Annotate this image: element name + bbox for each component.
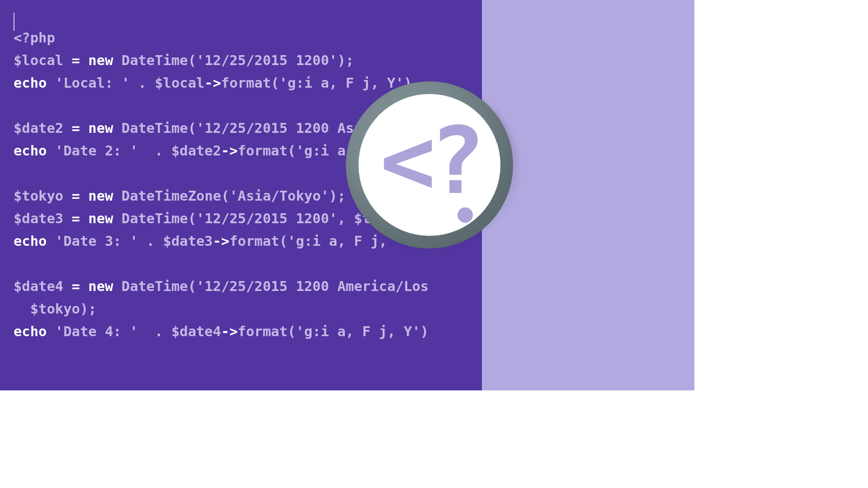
code-token: ( <box>288 324 296 339</box>
code-token: -> <box>221 143 238 159</box>
code-token: DateTime <box>113 52 188 68</box>
code-token: new <box>88 120 113 136</box>
code-token: $date3 <box>14 211 63 226</box>
code-token: = <box>72 278 80 294</box>
code-token: '12/25/2015 1200' <box>196 211 337 226</box>
code-token <box>80 278 88 294</box>
code-token: ( <box>188 120 196 136</box>
code-token <box>47 324 55 339</box>
code-token: new <box>88 211 113 226</box>
code-token: ( <box>221 188 229 204</box>
code-token <box>63 52 71 68</box>
code-token: new <box>88 278 113 294</box>
code-token <box>63 188 71 204</box>
php-logo-coin: <? <box>346 81 513 249</box>
code-token: DateTime <box>113 211 188 226</box>
code-line: echo 'Date 4: ' . $date4->format('g:i a,… <box>14 324 429 339</box>
code-token: ( <box>271 75 279 91</box>
code-token <box>63 211 71 226</box>
code-token: -> <box>213 233 230 249</box>
code-line: $date4 = new DateTime('12/25/2015 1200 A… <box>14 278 429 294</box>
code-token: echo <box>14 143 47 159</box>
code-token: 'Date 3: ' <box>55 233 138 249</box>
code-token <box>63 278 71 294</box>
code-line: $local = new DateTime('12/25/2015 1200')… <box>14 52 354 68</box>
code-token: -> <box>204 75 221 91</box>
code-token: ( <box>188 278 196 294</box>
code-token: DateTime <box>113 120 188 136</box>
code-token: = <box>72 120 80 136</box>
code-token: $local <box>14 52 63 68</box>
code-token: 'Asia/Tokyo' <box>230 188 329 204</box>
code-token: ( <box>288 143 296 159</box>
code-token: echo <box>14 233 47 249</box>
code-token: ); <box>329 188 346 204</box>
code-token: format <box>221 75 271 91</box>
code-line: $tokyo = new DateTimeZone('Asia/Tokyo'); <box>14 188 346 204</box>
code-token: echo <box>14 324 47 339</box>
code-token: format <box>238 324 288 339</box>
code-token: '12/25/2015 1200 America/Los <box>196 278 429 294</box>
code-token: $date4 <box>14 278 63 294</box>
code-token <box>47 233 55 249</box>
code-token: format <box>229 233 279 249</box>
code-line: <?php <box>14 30 55 46</box>
code-token: . $date4 <box>138 324 221 339</box>
code-token: echo <box>14 75 47 91</box>
code-token <box>80 188 88 204</box>
code-token: 'g:i a, F j, Y' <box>296 324 420 339</box>
code-token: = <box>72 188 80 204</box>
code-token: '12/25/2015 1200' <box>196 52 337 68</box>
code-line: echo 'Date 2: ' . $date2->format('g:i a,… <box>14 143 371 159</box>
code-token: 'Date 4: ' <box>55 324 138 339</box>
code-token <box>80 120 88 136</box>
code-token: ) <box>420 324 429 339</box>
code-token: <?php <box>14 30 55 46</box>
code-token: 'Date 2: ' <box>55 143 138 159</box>
php-open-tag-icon: <? <box>380 115 479 207</box>
code-token: 'Local: ' <box>55 75 130 91</box>
stage: <?php $local = new DateTime('12/25/2015 … <box>0 0 694 390</box>
code-line: $date2 = new DateTime('12/25/2015 1200 A… <box>14 120 371 136</box>
code-token: DateTimeZone <box>113 188 221 204</box>
code-token: '12/25/2015 1200 Asia <box>196 120 371 136</box>
code-token: ( <box>279 233 288 249</box>
code-token: $tokyo <box>14 188 63 204</box>
code-token <box>80 211 88 226</box>
code-token: -> <box>221 324 238 339</box>
code-token: = <box>72 52 80 68</box>
code-token: new <box>88 188 113 204</box>
code-token <box>47 143 55 159</box>
code-token: ( <box>188 211 196 226</box>
code-token: ); <box>337 52 354 68</box>
code-token <box>80 52 88 68</box>
code-token: . $date3 <box>138 233 212 249</box>
code-token: $date2 <box>14 120 63 136</box>
question-mark-dot-icon <box>458 207 473 223</box>
code-token: . $date2 <box>138 143 221 159</box>
code-token: format <box>238 143 288 159</box>
coin-face: <? <box>359 94 500 236</box>
code-token: DateTime <box>113 278 188 294</box>
code-line: $date3 = new DateTime('12/25/2015 1200',… <box>14 211 371 226</box>
code-token: ( <box>188 52 196 68</box>
code-token: . $local <box>130 75 204 91</box>
code-token: new <box>88 52 113 68</box>
code-token <box>47 75 55 91</box>
code-token <box>63 120 71 136</box>
code-token: = <box>72 211 80 226</box>
code-token: $tokyo <box>14 301 80 317</box>
code-token: ); <box>80 301 97 317</box>
code-line: echo 'Date 3: ' . $date3->format('g:i a,… <box>14 233 387 249</box>
code-line: $tokyo); <box>14 301 97 317</box>
